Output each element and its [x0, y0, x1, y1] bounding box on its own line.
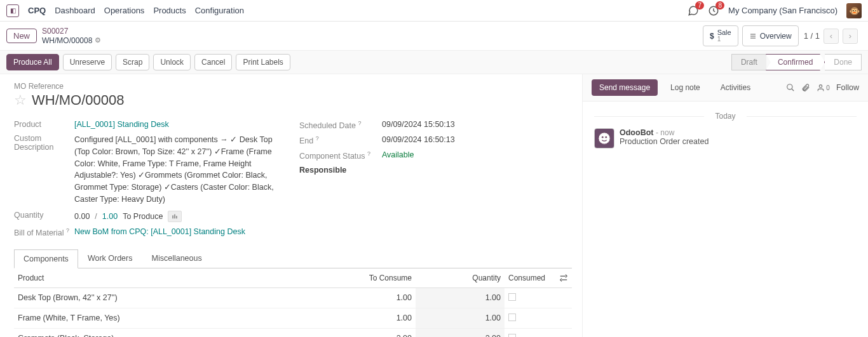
breadcrumb-current: WH/MO/00008 — [42, 36, 92, 45]
produce-all-button[interactable]: Produce All — [6, 54, 59, 70]
nav-configuration[interactable]: Configuration — [195, 6, 244, 15]
th-consumed: Consumed — [505, 268, 555, 288]
cell-product: Frame (White, T Frame, Yes) — [14, 308, 339, 328]
component-status-label: Component Status ? — [299, 150, 382, 161]
nav-dashboard[interactable]: Dashboard — [55, 6, 95, 15]
components-table: Product To Consume Quantity Consumed Des… — [14, 268, 572, 337]
cell-quantity[interactable]: 2.00 — [416, 328, 505, 337]
product-label: Product — [14, 120, 74, 129]
custom-desc-value: Configured [ALL_0001] with components → … — [74, 134, 284, 206]
date-separator: Today — [594, 112, 857, 121]
th-quantity: Quantity — [416, 268, 505, 288]
th-to-consume: To Consume — [339, 268, 416, 288]
cell-product: Desk Top (Brown, 42'' x 27'') — [14, 287, 339, 308]
pager-prev[interactable]: ‹ — [824, 29, 839, 44]
app-name[interactable]: CPQ — [28, 6, 46, 15]
gear-icon[interactable]: ⚙ — [95, 36, 101, 44]
dollar-icon: $ — [710, 32, 714, 41]
table-row[interactable]: Frame (White, T Frame, Yes)1.001.00 — [14, 308, 572, 328]
responsible-label: Responsible — [299, 166, 382, 175]
status-confirmed[interactable]: Confirmed — [766, 54, 825, 70]
unreserve-button[interactable]: Unreserve — [63, 54, 112, 70]
cell-quantity[interactable]: 1.00 — [416, 287, 505, 308]
cell-consumed[interactable] — [505, 328, 555, 337]
scrap-button[interactable]: Scrap — [116, 54, 149, 70]
svg-rect-4 — [173, 215, 174, 218]
mo-title: WH/MO/00008 — [32, 92, 125, 109]
tab-miscellaneous[interactable]: Miscellaneous — [142, 249, 212, 268]
user-avatar[interactable]: 🐵 — [846, 3, 862, 18]
cell-to-consume: 1.00 — [339, 308, 416, 328]
bom-label: Bill of Material ? — [14, 227, 74, 237]
svg-point-11 — [602, 136, 604, 138]
pager-next[interactable]: › — [843, 29, 858, 44]
search-icon[interactable] — [786, 83, 795, 92]
message-time: now — [660, 128, 674, 137]
end-date-label: End ? — [299, 135, 382, 145]
svg-rect-5 — [175, 214, 176, 218]
follower-count[interactable]: 0 — [817, 84, 830, 92]
sale-stat-button[interactable]: $ Sale 1 — [703, 25, 738, 46]
svg-rect-6 — [176, 216, 177, 218]
scheduled-date-value[interactable]: 09/09/2024 15:50:13 — [382, 120, 572, 129]
messages-badge: 7 — [695, 1, 704, 10]
unlock-button[interactable]: Unlock — [153, 54, 191, 70]
custom-desc-label: Custom Description — [14, 134, 74, 152]
th-options-icon[interactable] — [555, 268, 572, 288]
svg-point-10 — [599, 133, 610, 144]
nav-products[interactable]: Products — [153, 6, 186, 15]
th-product: Product — [14, 268, 339, 288]
activities-button[interactable]: Activities — [713, 79, 758, 96]
quantity-label: Quantity — [14, 211, 74, 220]
pager-text: 1 / 1 — [804, 31, 820, 41]
priority-star-icon[interactable]: ☆ — [14, 92, 27, 109]
activities-badge: 8 — [715, 1, 724, 10]
follow-button[interactable]: Follow — [836, 83, 859, 92]
breadcrumb: S00027 WH/MO/00008 ⚙ — [42, 27, 101, 45]
messages-icon[interactable]: 7 — [688, 5, 699, 17]
breadcrumb-parent[interactable]: S00027 — [42, 27, 101, 36]
activities-icon[interactable]: 8 — [708, 5, 719, 17]
log-note-button[interactable]: Log note — [663, 79, 708, 96]
message-avatar — [594, 128, 614, 149]
status-draft[interactable]: Draft — [731, 54, 766, 70]
svg-point-7 — [787, 84, 792, 89]
send-message-button[interactable]: Send message — [592, 79, 658, 96]
cancel-button[interactable]: Cancel — [194, 54, 232, 70]
company-selector[interactable]: My Company (San Francisco) — [728, 6, 837, 15]
statusbar: Draft Confirmed Done — [731, 54, 862, 70]
svg-point-12 — [605, 136, 607, 138]
message-author: OdooBot — [620, 128, 653, 137]
status-done[interactable]: Done — [825, 54, 862, 70]
new-button[interactable]: New — [6, 29, 37, 43]
table-row[interactable]: Desk Top (Brown, 42'' x 27'')1.001.00 — [14, 287, 572, 308]
tab-components[interactable]: Components — [14, 249, 78, 268]
attachment-icon[interactable] — [801, 83, 810, 92]
svg-point-9 — [820, 84, 822, 87]
app-icon[interactable]: ◧ — [6, 4, 19, 17]
qty-done[interactable]: 0.00 — [74, 212, 90, 221]
bom-value[interactable]: New BoM from CPQ: [ALL_0001] Standing De… — [74, 227, 287, 236]
print-labels-button[interactable]: Print Labels — [236, 54, 290, 70]
overview-stat-button[interactable]: Overview — [742, 25, 799, 46]
nav-operations[interactable]: Operations — [104, 6, 145, 15]
table-row[interactable]: Grommets (Black, Storage)2.002.00 — [14, 328, 572, 337]
product-value[interactable]: [ALL_0001] Standing Desk — [74, 120, 287, 129]
component-status-value: Available — [382, 150, 572, 159]
uom-icon[interactable] — [168, 211, 182, 222]
qty-demand[interactable]: 1.00 — [102, 212, 118, 221]
to-produce-label: To Produce — [123, 212, 163, 221]
end-date-value[interactable]: 09/09/2024 16:50:13 — [382, 135, 572, 144]
scheduled-date-label: Scheduled Date ? — [299, 120, 382, 130]
mo-reference-label: MO Reference — [14, 82, 572, 91]
svg-line-8 — [792, 89, 794, 91]
tab-work-orders[interactable]: Work Orders — [78, 249, 142, 268]
cell-to-consume: 1.00 — [339, 287, 416, 308]
message-body: Production Order created — [620, 137, 709, 146]
list-icon — [749, 32, 757, 40]
message: OdooBot - now Production Order created — [594, 128, 857, 149]
cell-consumed[interactable] — [505, 308, 555, 328]
cell-quantity[interactable]: 1.00 — [416, 308, 505, 328]
cell-product: Grommets (Black, Storage) — [14, 328, 339, 337]
cell-consumed[interactable] — [505, 287, 555, 308]
